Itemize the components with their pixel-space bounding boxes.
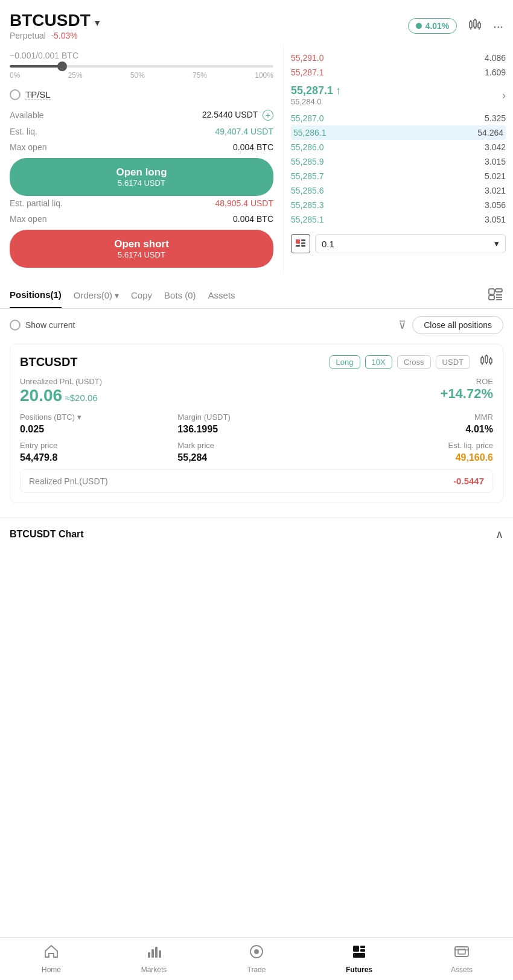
tab-assets[interactable]: Assets — [208, 283, 235, 308]
lot-type-icon[interactable] — [291, 234, 310, 253]
nav-assets[interactable]: Assets — [410, 944, 513, 974]
orderbook-bid-row-5[interactable]: 55,285.7 5.021 — [291, 169, 506, 183]
show-current-label: Show current — [25, 320, 75, 330]
ask-price-2: 55,287.1 — [291, 68, 324, 77]
nav-futures[interactable]: Futures — [308, 944, 410, 974]
open-long-sub: 5.6174 USDT — [18, 179, 265, 188]
tab-bots[interactable]: Bots (0) — [164, 283, 196, 308]
svg-rect-32 — [159, 950, 161, 958]
entry-price-label: Entry price — [20, 441, 177, 450]
position-candle-icon[interactable] — [480, 354, 493, 370]
nav-markets-label: Markets — [141, 966, 167, 974]
bid-qty-3: 3.042 — [485, 142, 506, 152]
metrics-row: Positions (BTC) ▾ 0.025 Margin (USDT) 13… — [20, 413, 493, 435]
tpsl-row[interactable]: TP/SL — [10, 89, 273, 100]
bid-price-5: 55,285.7 — [291, 171, 324, 181]
orderbook-bid-row-2-highlight[interactable]: 55,286.1 54.264 — [291, 125, 506, 140]
header-left: BTCUSDT ▼ Perpetual -5.03% — [10, 11, 101, 41]
svg-rect-12 — [296, 245, 300, 247]
add-funds-icon[interactable]: + — [263, 110, 273, 121]
orderbook-expand-icon[interactable]: › — [502, 89, 506, 102]
ask-price-1: 55,291.0 — [291, 53, 324, 63]
filter-icon[interactable]: ⊽ — [398, 318, 406, 332]
bid-qty-5: 5.021 — [485, 171, 506, 181]
max-open-short-value: 0.004 BTC — [233, 214, 273, 224]
show-current-row: Show current ⊽ Close all positions — [10, 316, 503, 334]
mmr-col: MMR 4.01% — [336, 413, 493, 435]
price-up-arrow: ↑ — [336, 84, 341, 97]
orderbook-current-price-row[interactable]: 55,287.1 ↑ 55,284.0 › — [291, 80, 506, 111]
slider-label-75: 75% — [193, 71, 207, 80]
tag-cross: Cross — [397, 355, 431, 369]
mark-price-value: 55,284 — [177, 452, 335, 463]
svg-rect-3 — [474, 20, 476, 27]
orderbook-bid-row-7[interactable]: 55,285.3 3.056 — [291, 198, 506, 212]
chart-title: BTCUSDT Chart — [10, 529, 84, 540]
roe-right: ROE +14.72% — [441, 377, 493, 402]
tabs-right-icon[interactable] — [488, 286, 503, 305]
est-partial-liq-value: 48,905.4 USDT — [215, 198, 274, 208]
bottom-nav: Home Markets Trade — [0, 937, 513, 980]
position-card-header: BTCUSDT Long 10X Cross USDT — [20, 354, 493, 370]
tab-copy[interactable]: Copy — [131, 283, 152, 308]
orderbook-bid-row-4[interactable]: 55,285.9 3.015 — [291, 154, 506, 169]
symbol-title[interactable]: BTCUSDT — [10, 11, 91, 30]
lot-size-value: 0.1 — [322, 239, 334, 249]
bid-price-1: 55,287.0 — [291, 113, 324, 123]
close-all-button[interactable]: Close all positions — [412, 316, 503, 334]
svg-rect-23 — [485, 356, 488, 362]
close-all-group: ⊽ Close all positions — [398, 316, 503, 334]
tab-copy-label: Copy — [131, 290, 152, 300]
open-short-sub: 5.6174 USDT — [18, 250, 265, 259]
svg-rect-35 — [353, 946, 359, 952]
position-card: BTCUSDT Long 10X Cross USDT — [10, 344, 503, 503]
tab-orders[interactable]: Orders(0) ▾ — [74, 283, 119, 308]
slider-thumb[interactable] — [57, 62, 67, 71]
orders-dropdown-arrow: ▾ — [115, 291, 119, 300]
bid-qty-8: 3.051 — [485, 215, 506, 224]
svg-rect-39 — [455, 947, 468, 956]
svg-rect-16 — [495, 289, 502, 292]
nav-trade[interactable]: Trade — [205, 944, 308, 974]
tpsl-radio[interactable] — [10, 89, 21, 100]
nav-home[interactable]: Home — [0, 944, 103, 974]
current-price: 55,287.1 ↑ — [291, 84, 341, 97]
nav-markets[interactable]: Markets — [103, 944, 205, 974]
tab-bots-label: Bots (0) — [164, 290, 196, 300]
lot-size-input[interactable]: 0.1 ▾ — [315, 234, 506, 253]
orderbook-bid-row-6[interactable]: 55,285.6 3.021 — [291, 183, 506, 198]
slider-track[interactable] — [10, 65, 273, 68]
roi-badge[interactable]: 4.01% — [408, 18, 457, 34]
candle-chart-icon[interactable] — [468, 17, 482, 35]
margin-col: Margin (USDT) 136.1995 — [177, 413, 335, 435]
position-tags: Long 10X Cross USDT — [330, 355, 470, 369]
symbol-dropdown-arrow[interactable]: ▼ — [93, 18, 101, 28]
orderbook-bid-row-8[interactable]: 55,285.1 3.051 — [291, 212, 506, 227]
chart-section[interactable]: BTCUSDT Chart ∧ — [0, 517, 513, 551]
chart-collapse-icon[interactable]: ∧ — [495, 528, 503, 541]
orderbook-ask-row[interactable]: 55,291.0 4.086 — [291, 51, 506, 65]
more-options-icon[interactable]: ··· — [493, 19, 503, 33]
orderbook-ask-row-2[interactable]: 55,287.1 1.609 — [291, 65, 506, 80]
svg-rect-0 — [470, 22, 472, 28]
tag-leverage: 10X — [365, 355, 392, 369]
open-short-button[interactable]: Open short 5.6174 USDT — [10, 230, 273, 268]
bid-qty-6: 3.021 — [485, 186, 506, 195]
available-value: 22.5440 USDT + — [202, 110, 273, 121]
pnl-left: Unrealized PnL (USDT) 20.06 ≈$20.06 — [20, 377, 102, 405]
est-liq-label: Est. liq. — [10, 127, 37, 136]
bid-price-8: 55,285.1 — [291, 215, 324, 224]
tab-positions-label: Positions(1) — [10, 289, 62, 300]
positions-btc-value: 0.025 — [20, 424, 177, 435]
nav-home-label: Home — [42, 966, 61, 974]
margin-label: Margin (USDT) — [177, 413, 335, 422]
orderbook-bid-row-3[interactable]: 55,286.0 3.042 — [291, 140, 506, 154]
svg-rect-9 — [296, 239, 300, 244]
open-long-button[interactable]: Open long 5.6174 USDT — [10, 158, 273, 196]
tab-positions[interactable]: Positions(1) — [10, 282, 62, 308]
slider-container: 0% 25% 50% 75% 100% — [10, 65, 273, 80]
orderbook-bid-row-1[interactable]: 55,287.0 5.325 — [291, 111, 506, 125]
show-current-radio[interactable] — [10, 320, 21, 330]
margin-value: 136.1995 — [177, 424, 335, 435]
est-liq-row: Est. liq. 49,407.4 USDT — [10, 127, 273, 136]
